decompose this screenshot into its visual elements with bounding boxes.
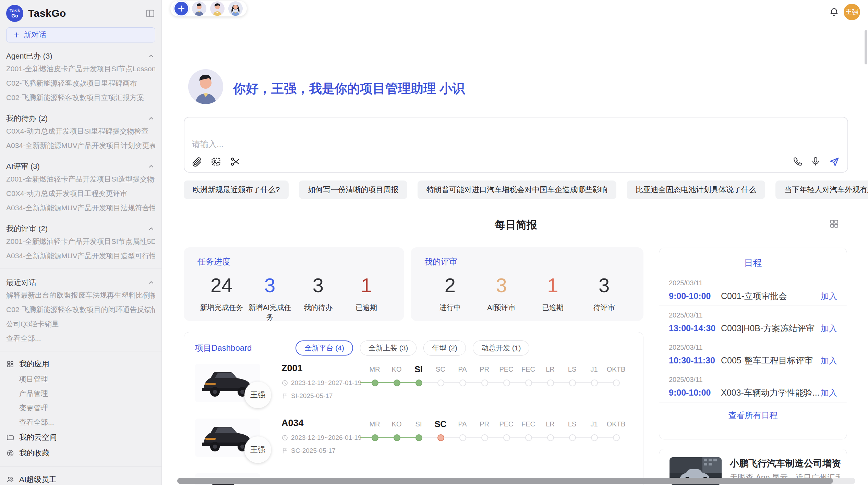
chat-input[interactable]: 请输入...: [184, 117, 848, 173]
list-item[interactable]: C02-飞腾新能源轻客改款项目里程碑画布: [6, 76, 155, 90]
schedule-date: 2025/03/11: [669, 311, 837, 319]
owner-badge: 王强: [244, 436, 271, 463]
suggestion-chip[interactable]: 欧洲新规最近颁布了什么?: [184, 181, 289, 199]
flag-icon: [281, 447, 288, 454]
schedule-item: 2025/03/11 10:30-11:30 C005-整车工程目标评审 加入: [659, 338, 847, 370]
section-ai-review[interactable]: AI评审 (3): [6, 161, 155, 172]
tab-new-platform[interactable]: 全新平台 (4): [296, 340, 353, 356]
milestone-dot: [481, 434, 488, 441]
sidebar-collapse-icon[interactable]: [145, 8, 155, 18]
table-row[interactable]: 王强 Z001 2023-12-19~2027-01-19 SI-2025-05…: [184, 358, 643, 412]
milestone-dot: [481, 380, 488, 386]
horizontal-scrollbar-thumb[interactable]: [177, 478, 833, 484]
chevron-up-icon: [147, 114, 155, 123]
list-item[interactable]: Z001-全新燃油皮卡产品开发项目SI节点Lesson Learn报告: [6, 62, 155, 76]
notification-bell-icon[interactable]: [829, 7, 839, 17]
tab-new-body[interactable]: 全新上装 (3): [360, 340, 417, 356]
list-item[interactable]: C02-飞腾新能源轻客改款项目立项汇报方案: [6, 90, 155, 105]
tab-powertrain[interactable]: 动总开发 (1): [473, 340, 530, 356]
sidebar-item-cloud-space[interactable]: 我的云空间: [6, 430, 155, 445]
join-link[interactable]: 加入: [821, 355, 837, 366]
suggestion-chip[interactable]: 比亚迪全固态电池计划具体说了什么: [627, 181, 765, 199]
section-my-todo[interactable]: 我的待办 (2): [6, 113, 155, 124]
layout-grid-icon[interactable]: [829, 219, 839, 229]
milestone-label: LR: [539, 362, 561, 376]
table-row[interactable]: 王强 A034 2023-12-19~2026-01-19 SC-2025-05…: [184, 412, 643, 467]
tab-year-model[interactable]: 年型 (2): [423, 340, 466, 356]
list-item[interactable]: Z001-全新燃油轻卡产品开发项目SI节点属性5D文件评审: [6, 234, 155, 249]
add-session-button[interactable]: [174, 2, 188, 15]
join-link[interactable]: 加入: [821, 323, 837, 334]
stat-value: 1: [527, 273, 579, 297]
sidebar-item-my-apps[interactable]: 我的应用: [6, 356, 155, 372]
schedule-item: 2025/03/11 9:00-10:00 C001-立项审批会 加入: [659, 274, 847, 306]
avatar[interactable]: [210, 1, 225, 16]
task-progress-card: 任务进度 24 新增完成任务 3 新增AI完成任务 3 我的待办 1 已逾期: [184, 247, 404, 321]
user-avatar[interactable]: 王强: [844, 4, 860, 20]
greeting-text: 你好，王强，我是你的项目管理助理 小识: [233, 80, 465, 97]
stat: 3 AI预评审: [476, 273, 527, 312]
join-link[interactable]: 加入: [821, 387, 837, 398]
section-agent-done[interactable]: Agent已办 (3): [6, 51, 155, 62]
dashboard-title: 项目Dashboard: [195, 343, 252, 353]
favorites-label: 我的收藏: [19, 448, 49, 458]
list-item[interactable]: A034-全新新能源MUV产品开发项目法规符合性评审: [6, 201, 155, 215]
milestone-label: PA: [451, 362, 473, 376]
sidebar-item-change-mgmt[interactable]: 变更管理: [6, 401, 155, 415]
list-item[interactable]: 解释最新出台的欧盟报废车法规再生塑料比例被调至15%...: [6, 288, 155, 302]
logo-row: Task Go TaskGo: [6, 3, 155, 23]
join-link[interactable]: 加入: [821, 291, 837, 302]
daily-brief-title: 每日简报: [184, 218, 848, 232]
divider: [659, 402, 847, 402]
send-icon[interactable]: [829, 156, 840, 167]
schedule-date: 2025/03/11: [669, 344, 837, 351]
phone-icon[interactable]: [792, 156, 803, 167]
microphone-icon[interactable]: [810, 156, 821, 167]
suggestion-chip[interactable]: 特朗普可能对进口汽车增税会对中国车企造成哪些影响: [418, 181, 616, 199]
image-upload-icon[interactable]: [210, 156, 221, 167]
suggestion-chip[interactable]: 如何写一份清晰的项目周报: [299, 181, 407, 199]
section-my-review[interactable]: 我的评审 (2): [6, 223, 155, 234]
suggestion-chip[interactable]: 当下年轻人对汽车外观有怎样的喜好趋势: [775, 181, 868, 199]
section-label: 我的待办 (2): [6, 113, 48, 124]
avatar[interactable]: [228, 1, 243, 16]
list-item[interactable]: 公司Q3轻卡销量: [6, 317, 155, 331]
project-info: A034 2023-12-19~2026-01-19 SC-2025-05-17: [281, 418, 362, 455]
grid-icon: [6, 360, 14, 368]
list-item[interactable]: C0X4-动力总成开发项目工程变更评审: [6, 186, 155, 201]
view-all-schedule-link[interactable]: 查看所有日程: [659, 410, 847, 421]
list-item[interactable]: Z001-全新燃油轻卡产品开发项目SI造型提交物评审: [6, 172, 155, 186]
card-title: 我的评审: [424, 256, 630, 267]
view-all-recent[interactable]: 查看全部...: [6, 331, 155, 346]
new-chat-button[interactable]: 新对话: [6, 27, 155, 42]
list-item[interactable]: C0X4-动力总成开发项目SI里程碑提交物检查: [6, 124, 155, 138]
horizontal-scrollbar-track[interactable]: [177, 478, 855, 484]
milestone-dot: [613, 434, 620, 441]
milestone-dot: [613, 380, 620, 386]
milestone-label: SC: [430, 362, 451, 376]
schedule-time: 13:00-14:30: [669, 323, 721, 333]
list-item[interactable]: A034-全新新能源MUV产品开发项目计划变更表编写: [6, 138, 155, 153]
schedule-time: 9:00-10:00: [669, 388, 721, 398]
sidebar-item-ai-super-staff[interactable]: AI超级员工: [6, 472, 155, 485]
new-chat-label: 新对话: [24, 30, 46, 40]
milestone-label: J1: [583, 362, 605, 376]
milestone-label: PR: [473, 362, 495, 376]
section-recent-chats[interactable]: 最近对话: [6, 277, 155, 288]
milestone-label: SI: [408, 417, 430, 431]
sidebar-item-favorites[interactable]: 我的收藏: [6, 445, 155, 461]
avatar[interactable]: [192, 1, 206, 16]
stat-label: AI预评审: [476, 303, 527, 312]
my-apps-label: 我的应用: [19, 359, 49, 369]
vertical-scrollbar-thumb[interactable]: [865, 30, 867, 64]
view-all-apps[interactable]: 查看全部...: [6, 415, 155, 430]
chevron-up-icon: [147, 278, 155, 287]
stat: 1 已逾期: [342, 273, 390, 322]
list-item[interactable]: A034-全新新能源MUV产品开发项目造型可行性评审: [6, 249, 155, 263]
app-title: TaskGo: [28, 8, 66, 19]
sidebar-item-product-mgmt[interactable]: 产品管理: [6, 386, 155, 401]
sidebar-item-project-mgmt[interactable]: 项目管理: [6, 372, 155, 386]
list-item[interactable]: C02-飞腾新能源轻客改款项目的闭环通告反馈情况: [6, 302, 155, 317]
paperclip-icon[interactable]: [191, 156, 202, 167]
scissors-icon[interactable]: [230, 156, 241, 167]
